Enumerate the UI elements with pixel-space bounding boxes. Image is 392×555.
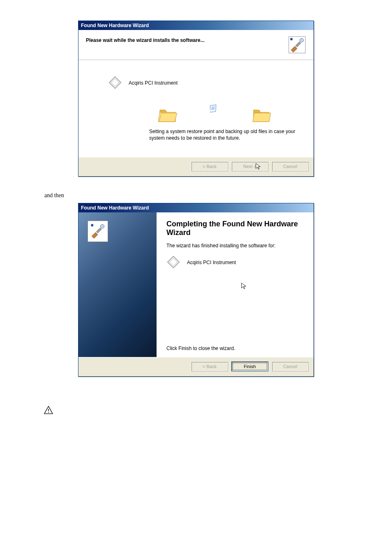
titlebar: Found New Hardware Wizard	[78, 203, 314, 212]
folder-target-icon	[252, 107, 271, 124]
cancel-button: Cancel	[272, 161, 309, 171]
dialog-body: Acqiris PCI Instrument	[78, 60, 314, 157]
copy-animation	[125, 107, 304, 124]
warning-icon	[44, 405, 392, 415]
svg-point-15	[48, 412, 49, 413]
back-button: < Back	[191, 161, 228, 171]
svg-rect-2	[291, 38, 293, 41]
cursor-icon	[255, 163, 262, 171]
back-button: < Back	[191, 362, 228, 371]
window-title: Found New Hardware Wizard	[81, 23, 149, 28]
folder-source-icon	[158, 107, 177, 124]
completion-subtext: The wizard has finished installing the s…	[166, 243, 304, 249]
device-label: Acqiris PCI Instrument	[129, 80, 178, 86]
finish-button[interactable]: Finish	[231, 362, 268, 371]
device-label: Acqiris PCI Instrument	[187, 260, 236, 265]
wizard-icon	[88, 221, 108, 242]
svg-rect-5	[210, 105, 216, 112]
page-title: Please wait while the wizard installs th…	[86, 36, 205, 43]
button-bar: < Back Next > Cancel	[78, 157, 314, 176]
header-row: Please wait while the wizard installs th…	[78, 30, 314, 60]
close-instruction: Click Finish to close the wizard.	[166, 345, 304, 351]
device-row: Acqiris PCI Instrument	[166, 255, 304, 270]
next-button: Next >	[231, 161, 268, 171]
svg-rect-11	[91, 224, 94, 227]
cursor-icon	[240, 282, 304, 290]
completion-heading: Completing the Found New Hardware Wizard	[166, 220, 304, 237]
window-title: Found New Hardware Wizard	[81, 205, 149, 211]
main-column: Completing the Found New Hardware Wizard…	[157, 212, 314, 357]
flying-document-icon	[210, 104, 219, 114]
svg-point-1	[300, 38, 303, 42]
intermediate-text: and then	[44, 192, 392, 199]
titlebar: Found New Hardware Wizard	[78, 21, 314, 30]
status-text: Setting a system restore point and backi…	[149, 128, 304, 141]
svg-point-10	[100, 225, 104, 228]
device-icon	[108, 76, 122, 90]
device-row: Acqiris PCI Instrument	[108, 76, 304, 90]
button-bar: < Back Finish Cancel	[78, 357, 314, 376]
hardware-wizard-dialog-installing: Found New Hardware Wizard Please wait wh…	[78, 21, 314, 177]
wizard-sidebar	[78, 212, 157, 357]
wizard-icon	[288, 36, 306, 54]
cancel-button: Cancel	[272, 362, 309, 371]
hardware-wizard-dialog-complete: Found New Hardware Wizard	[78, 203, 314, 377]
device-icon	[166, 255, 180, 270]
